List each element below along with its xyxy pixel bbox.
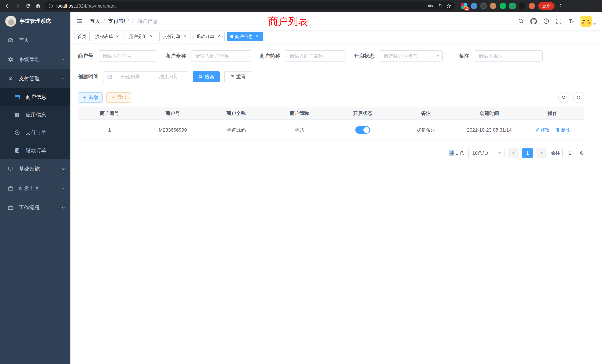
next-page-button[interactable] (536, 148, 547, 158)
status-select[interactable]: 请选择开启状态 (379, 50, 443, 62)
browser-address-bar[interactable]: localhost:1024/pay/merchant (44, 1, 455, 10)
browser-reload-icon[interactable] (24, 2, 32, 10)
table-header-row: 商户编号 商户号 商户全称 商户简称 开启状态 备注 创建时间 操作 (78, 107, 584, 120)
sidebar-item-workflow[interactable]: 工作流程 (0, 198, 70, 217)
extension-icon-grid[interactable]: 10 (461, 3, 467, 9)
sidebar-item-payment[interactable]: ¥ 支付管理 (0, 69, 70, 88)
extension-icon-blue[interactable] (471, 3, 477, 9)
sidebar-logo[interactable]: 芋道管理系统 (0, 12, 70, 30)
tab-label: 商户信息 (235, 33, 253, 40)
short-name-input[interactable] (285, 50, 345, 62)
sidebar: 芋道管理系统 首页 系统管理 ¥ 支付管理 (0, 12, 70, 364)
export-button[interactable]: 导出 (106, 92, 131, 103)
sidebar-item-pay-order[interactable]: 支付订单 (0, 124, 70, 142)
edit-link[interactable]: 修改 (535, 127, 549, 133)
filter-short-name: 商户简称 (259, 50, 345, 62)
site-info-icon[interactable] (48, 3, 53, 9)
password-key-icon[interactable] (428, 3, 433, 9)
fullscreen-icon[interactable] (555, 18, 562, 25)
bookmark-star-icon[interactable] (446, 3, 452, 9)
extension-icon-green-square[interactable] (509, 3, 516, 9)
tab-user-group[interactable]: 用户分组 × (126, 32, 157, 41)
sidebar-item-app-info[interactable]: 应用信息 (0, 106, 70, 124)
merchant-no-input[interactable] (98, 50, 157, 62)
share-icon[interactable] (437, 3, 442, 9)
reset-button[interactable]: 重置 (224, 71, 251, 82)
chevron-up-icon (62, 77, 65, 80)
sidebar-item-merchant-info[interactable]: 商户信息 (0, 88, 70, 106)
sidebar-item-label: 基础设施 (19, 165, 40, 172)
add-button[interactable]: 新增 (78, 92, 103, 103)
github-icon[interactable] (530, 18, 537, 25)
filter-label: 商户号 (78, 53, 93, 60)
page-size-select[interactable]: 10条/页 (468, 148, 505, 158)
extension-icon-black[interactable] (519, 3, 525, 9)
full-name-input[interactable] (191, 50, 251, 62)
trash-icon (556, 128, 560, 132)
user-avatar-menu[interactable] (580, 16, 596, 27)
prev-page-button[interactable] (508, 148, 519, 158)
breadcrumb-home[interactable]: 首页 (90, 18, 100, 25)
sidebar-item-system[interactable]: 系统管理 (0, 50, 70, 69)
browser-menu-icon[interactable]: ⋮ (558, 3, 563, 9)
tab-home[interactable]: 首页 (74, 32, 90, 41)
screen: localhost:1024/pay/merchant 10 (0, 0, 602, 364)
font-size-icon[interactable] (568, 18, 575, 25)
browser-update-button[interactable]: 更新 (538, 2, 555, 10)
browser-chrome: localhost:1024/pay/merchant 10 (0, 0, 602, 12)
chevron-down-icon (62, 206, 65, 209)
header-search-icon[interactable] (517, 18, 525, 25)
sidebar-item-label: 支付订单 (26, 129, 46, 136)
goto-label: 前往 (550, 150, 560, 156)
extension-icon-dark[interactable] (480, 3, 487, 9)
logo-title: 芋道管理系统 (20, 18, 51, 25)
tab-pay-order[interactable]: 支付订单 × (159, 32, 191, 41)
filter-row-1: 商户号 商户全称 商户简称 开启状态 请选择开启状态 (78, 50, 584, 62)
tab-close-icon[interactable]: × (149, 34, 154, 39)
toggle-search-button[interactable] (558, 92, 569, 103)
tab-process-form[interactable]: 流程表单 × (92, 32, 123, 41)
download-icon (111, 95, 116, 100)
browser-home-icon[interactable] (34, 2, 42, 10)
extension-icon-green-circle[interactable] (500, 3, 506, 9)
tab-close-icon[interactable]: × (216, 34, 221, 39)
remark-input[interactable] (474, 50, 543, 62)
page-number-button[interactable]: 1 (522, 148, 533, 158)
sidebar-item-refund-order[interactable]: 退款订单 (0, 142, 70, 159)
browser-extensions-area: 10 更新 ⋮ (461, 2, 565, 10)
tab-close-icon[interactable]: × (115, 34, 120, 39)
cell-id: 1 (78, 120, 141, 140)
page-jumper: 前往 页 (550, 148, 584, 158)
extension-icon-orange-avatar[interactable] (529, 3, 535, 9)
tab-merchant-info[interactable]: 商户信息 × (227, 32, 263, 41)
breadcrumb-payment[interactable]: 支付管理 (108, 18, 129, 25)
sidebar-item-label: 首页 (19, 36, 29, 43)
table-settings (558, 92, 584, 103)
search-button[interactable]: 搜索 (193, 71, 220, 82)
refresh-table-button[interactable] (573, 92, 584, 103)
navbar-actions (517, 16, 596, 27)
tab-close-icon[interactable]: × (182, 34, 188, 39)
logo-avatar (5, 16, 16, 27)
sidebar-item-dev-tools[interactable]: 研发工具 (0, 179, 70, 198)
tab-refund-order[interactable]: 退款订单 × (193, 32, 225, 41)
status-toggle[interactable] (355, 126, 370, 134)
browser-back-icon[interactable] (3, 2, 11, 10)
date-range-picker[interactable]: 开始日期 - 结束日期 (103, 71, 188, 82)
filter-full-name: 商户全称 (165, 50, 251, 62)
tab-close-icon[interactable]: × (255, 34, 260, 39)
sidebar-item-label: 应用信息 (26, 111, 46, 118)
cell-short-name: 芋艿 (268, 120, 331, 140)
extension-icon-avatar[interactable] (490, 3, 496, 9)
hamburger-icon[interactable] (76, 17, 84, 25)
plus-icon (83, 95, 87, 100)
tab-label: 流程表单 (95, 33, 113, 40)
help-icon[interactable] (543, 18, 550, 25)
delete-link[interactable]: 删除 (556, 127, 570, 133)
sidebar-item-infrastructure[interactable]: 基础设施 (0, 159, 70, 179)
grid-icon (14, 112, 20, 118)
sidebar-item-home[interactable]: 首页 (0, 30, 70, 50)
chevron-down-icon (62, 57, 65, 61)
browser-forward-icon[interactable] (13, 2, 22, 10)
goto-page-input[interactable] (562, 148, 577, 158)
